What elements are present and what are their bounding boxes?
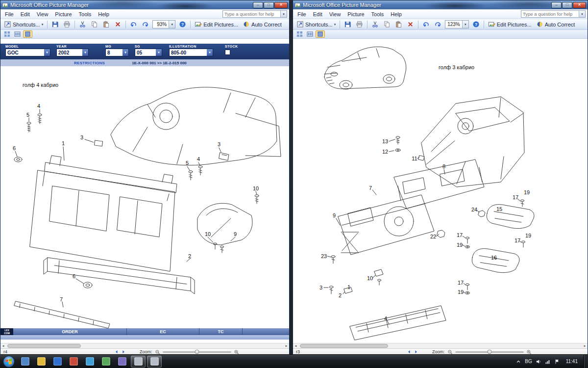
zoom-slider[interactable] xyxy=(163,351,231,353)
scrollbar-thumb[interactable] xyxy=(7,344,81,348)
language-indicator[interactable]: BG xyxy=(525,359,532,364)
next-picture-button[interactable] xyxy=(414,349,418,354)
zoom-out-icon[interactable] xyxy=(447,349,453,355)
menu-file[interactable]: File xyxy=(1,10,17,18)
zoom-in-icon[interactable] xyxy=(526,349,532,355)
scroll-right-button[interactable]: ► xyxy=(582,343,588,348)
help-question-input[interactable] xyxy=(223,11,280,17)
next-picture-button[interactable] xyxy=(121,349,126,354)
scroll-left-button[interactable]: ◄ xyxy=(0,343,6,348)
show-desktop-button[interactable] xyxy=(584,355,588,368)
scrollbar-thumb[interactable] xyxy=(300,344,388,348)
chevron-down-icon[interactable]: ▾ xyxy=(462,21,468,28)
picture-view-area[interactable]: голф 3 кабрио 13121187924222331210415171… xyxy=(293,39,588,343)
filmstrip-view-button[interactable] xyxy=(13,30,22,38)
single-picture-view-button[interactable] xyxy=(316,30,325,38)
taskbar-app-window-4[interactable] xyxy=(66,356,81,368)
horizontal-scrollbar[interactable]: ◄ ► xyxy=(293,343,588,348)
menu-picture[interactable]: Picture xyxy=(344,10,368,18)
thumbnail-view-button[interactable] xyxy=(295,30,304,38)
delete-button[interactable] xyxy=(405,20,416,29)
minimize-button[interactable]: – xyxy=(551,2,562,8)
help-question-box[interactable]: ▾ xyxy=(222,10,287,18)
maximize-button[interactable]: □ xyxy=(562,2,572,8)
scroll-right-button[interactable]: ► xyxy=(284,343,289,348)
menu-view[interactable]: View xyxy=(33,10,52,18)
menu-view[interactable]: View xyxy=(326,10,344,18)
cut-button[interactable] xyxy=(77,20,88,29)
taskbar-app-window-1[interactable] xyxy=(18,356,32,368)
minimize-button[interactable]: – xyxy=(253,2,263,8)
paste-button[interactable] xyxy=(393,20,404,29)
print-button[interactable] xyxy=(61,20,73,29)
shortcuts-button[interactable]: Shortcuts... ▾ xyxy=(294,20,338,29)
action-center-flag-icon[interactable] xyxy=(554,359,560,365)
taskbar-app-window-7[interactable] xyxy=(115,356,129,368)
menu-help[interactable]: Help xyxy=(95,10,113,18)
edit-pictures-button[interactable]: Edit Pictures... xyxy=(486,20,534,29)
menu-picture[interactable]: Picture xyxy=(51,10,75,18)
help-question-input[interactable] xyxy=(521,11,579,17)
redo-button[interactable] xyxy=(432,20,443,29)
zoom-combobox[interactable]: 93% ▾ xyxy=(152,20,175,28)
auto-correct-button[interactable]: Auto Correct xyxy=(241,20,284,29)
network-icon[interactable] xyxy=(545,359,551,365)
taskbar-app-window-2[interactable] xyxy=(34,356,49,368)
menu-help[interactable]: Help xyxy=(387,10,405,18)
single-picture-view-button[interactable] xyxy=(23,30,32,38)
save-button[interactable] xyxy=(49,20,61,29)
copy-button[interactable] xyxy=(89,20,100,29)
undo-button[interactable] xyxy=(128,20,139,29)
menu-edit[interactable]: Edit xyxy=(310,10,326,18)
paste-button[interactable] xyxy=(100,20,112,29)
show-hidden-icons-chevron[interactable] xyxy=(515,359,521,365)
zoom-combobox[interactable]: 123% ▾ xyxy=(445,20,469,28)
menu-file[interactable]: File xyxy=(294,10,310,18)
maximize-button[interactable]: □ xyxy=(264,2,274,8)
previous-picture-button[interactable] xyxy=(114,349,119,354)
print-button[interactable] xyxy=(354,20,365,29)
help-button[interactable] xyxy=(470,20,482,29)
chevron-down-icon[interactable]: ▾ xyxy=(280,11,287,17)
copy-button[interactable] xyxy=(381,20,392,29)
edit-pictures-button[interactable]: Edit Pictures... xyxy=(193,20,240,29)
menu-tools[interactable]: Tools xyxy=(75,10,95,18)
save-button[interactable] xyxy=(342,20,353,29)
shortcuts-button[interactable]: Shortcuts... ▾ xyxy=(2,20,45,29)
menu-tools[interactable]: Tools xyxy=(368,10,388,18)
filmstrip-view-button[interactable] xyxy=(305,30,315,38)
title-bar[interactable]: Microsoft Office Picture Manager – □ ✕ xyxy=(0,0,289,9)
title-bar[interactable]: Microsoft Office Picture Manager – □ ✕ xyxy=(293,0,588,9)
help-question-box[interactable]: ▾ xyxy=(521,10,586,18)
zoom-out-icon[interactable] xyxy=(155,349,160,355)
close-button[interactable]: ✕ xyxy=(573,2,586,8)
zoom-in-icon[interactable] xyxy=(234,349,239,355)
menu-edit[interactable]: Edit xyxy=(17,10,33,18)
chevron-down-icon[interactable]: ▾ xyxy=(579,11,585,17)
chevron-down-icon[interactable]: ▾ xyxy=(169,21,175,28)
zoom-slider-handle[interactable] xyxy=(195,350,199,354)
taskbar-app-window-6[interactable] xyxy=(98,356,113,368)
taskbar-app-window-3[interactable] xyxy=(50,356,65,368)
taskbar-picture-manager-window-1[interactable] xyxy=(131,356,146,368)
start-button[interactable] xyxy=(2,355,15,368)
zoom-slider[interactable] xyxy=(455,351,524,353)
zoom-slider-handle[interactable] xyxy=(487,350,491,354)
horizontal-scrollbar[interactable]: ◄ ► xyxy=(0,343,289,348)
part-callout-15: 15 xyxy=(496,206,502,212)
auto-correct-button[interactable]: Auto Correct xyxy=(534,20,577,29)
taskbar-app-window-5[interactable] xyxy=(82,356,97,368)
taskbar-clock[interactable]: 11:41 xyxy=(566,359,578,364)
taskbar-picture-manager-window-2[interactable] xyxy=(147,356,162,368)
cut-button[interactable] xyxy=(369,20,381,29)
scroll-left-button[interactable]: ◄ xyxy=(293,343,298,348)
close-button[interactable]: ✕ xyxy=(274,2,288,8)
redo-button[interactable] xyxy=(140,20,151,29)
undo-button[interactable] xyxy=(420,20,432,29)
thumbnail-view-button[interactable] xyxy=(2,30,12,38)
help-button[interactable] xyxy=(177,20,188,29)
previous-picture-button[interactable] xyxy=(407,349,412,354)
picture-view-area[interactable]: MODEL GOC ▼ YEAR 2002 ▼ MG 8 ▼ xyxy=(0,39,289,343)
volume-icon[interactable] xyxy=(536,359,541,365)
delete-button[interactable] xyxy=(112,20,123,29)
